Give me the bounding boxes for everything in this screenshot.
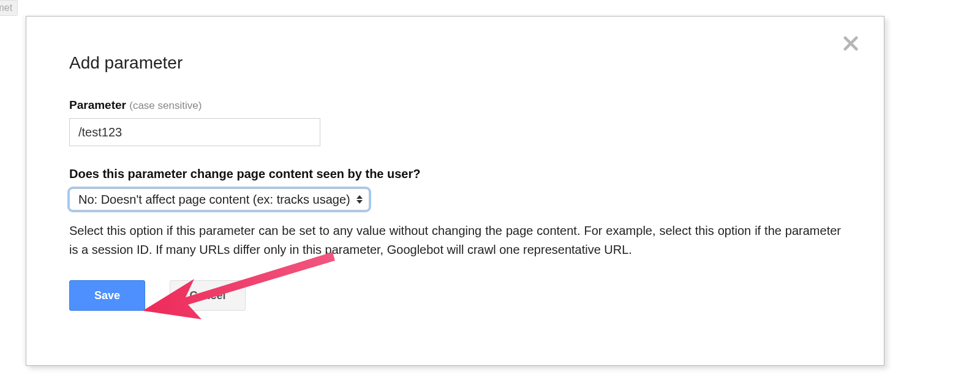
effect-help-text: Select this option if this parameter can… <box>69 221 841 259</box>
effect-select[interactable]: No: Doesn't affect page content (ex: tra… <box>69 188 369 210</box>
save-button[interactable]: Save <box>69 280 145 311</box>
effect-select-value: No: Doesn't affect page content (ex: tra… <box>78 193 350 207</box>
dialog-button-row: Save Cancel <box>69 280 841 311</box>
background-tab-fragment: ımet <box>0 0 18 16</box>
parameter-label-text: Parameter <box>69 98 126 111</box>
add-parameter-dialog: Add parameter Parameter (case sensitive)… <box>26 16 884 366</box>
updown-icon <box>356 195 363 204</box>
close-icon[interactable] <box>842 35 859 52</box>
dialog-title: Add parameter <box>69 53 841 73</box>
effect-question: Does this parameter change page content … <box>69 167 841 181</box>
cancel-button[interactable]: Cancel <box>170 280 246 311</box>
parameter-input[interactable] <box>69 118 320 146</box>
parameter-label: Parameter (case sensitive) <box>69 98 841 112</box>
parameter-label-hint: (case sensitive) <box>129 100 202 111</box>
